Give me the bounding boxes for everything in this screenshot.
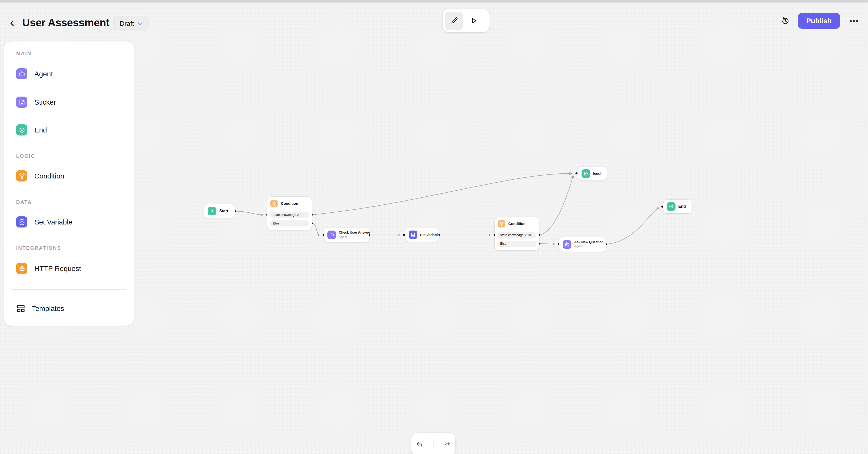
condition-branch[interactable]: state.knowledge > 10 (270, 211, 309, 218)
node-title: Ask New Question (574, 240, 603, 245)
database-icon (16, 217, 27, 227)
condition-branch[interactable]: state.knowledge > 10 (498, 232, 536, 238)
edge-condition2-ask (539, 244, 555, 244)
database-icon (408, 230, 417, 239)
sidebar-item-label: HTTP Request (34, 264, 81, 273)
port[interactable] (403, 234, 405, 236)
robot-icon (16, 68, 27, 79)
branch-icon (16, 170, 27, 181)
templates-label: Templates (32, 304, 64, 312)
section-label-logic: LOGIC (16, 153, 35, 159)
node-title: Condition (281, 201, 298, 206)
end-icon (16, 124, 27, 136)
chevron-left-icon (8, 20, 16, 27)
templates-icon (16, 304, 25, 313)
robot-icon (327, 230, 336, 239)
history-toolbar (411, 433, 455, 454)
sidebar-item-condition[interactable]: Condition (12, 168, 129, 183)
branch-icon (270, 200, 278, 207)
node-title: End (678, 204, 686, 209)
back-button[interactable] (6, 18, 18, 29)
play-icon (470, 17, 478, 25)
sidebar-divider (12, 289, 126, 290)
branch-icon (498, 220, 505, 227)
condition-branch-else[interactable]: Else (498, 240, 536, 247)
node-condition-2[interactable]: Condition state.knowledge > 10 Else (495, 217, 539, 250)
history-icon (781, 17, 789, 25)
node-subtitle: Agent (339, 235, 370, 239)
redo-icon (443, 441, 451, 448)
more-options-button[interactable]: ••• (848, 17, 860, 25)
node-set-variable[interactable]: Set Variable (405, 228, 439, 242)
node-title: Start (219, 209, 228, 214)
sidebar-item-label: Agent (34, 70, 53, 78)
node-end-right[interactable]: End (663, 200, 692, 214)
sidebar-item-sticker[interactable]: Sticker (12, 94, 129, 110)
node-palette-sidebar: MAIN Agent Sticker End LOGIC Condition (4, 41, 134, 325)
robot-icon (563, 240, 571, 249)
sidebar-item-http-request[interactable]: HTTP Request (12, 261, 129, 276)
edge-ask-endright (606, 208, 658, 244)
run-mode-button[interactable] (464, 11, 483, 30)
header: User Assessment Draft Publish ••• (0, 2, 868, 39)
globe-icon (16, 263, 27, 274)
node-ask-new-question[interactable]: Ask New Question Agent (559, 237, 606, 252)
sidebar-item-label: Condition (34, 172, 64, 180)
edge-start-condition1 (235, 211, 263, 215)
end-icon (666, 202, 675, 211)
status-dropdown[interactable]: Draft (113, 16, 149, 31)
node-end-top[interactable]: End (578, 167, 607, 180)
node-condition-1[interactable]: Condition state.knowledge > 10 Else (267, 197, 312, 230)
end-icon (582, 169, 590, 178)
condition-branch-else[interactable]: Else (270, 220, 309, 227)
node-subtitle: Agent (574, 245, 603, 249)
start-icon (208, 207, 216, 216)
node-check-user-answer[interactable]: Check User Answer Agent (323, 227, 369, 242)
edit-mode-button[interactable] (444, 11, 463, 30)
node-title: Condition (508, 222, 525, 226)
sticker-icon (16, 96, 27, 108)
sidebar-item-end[interactable]: End (12, 122, 129, 138)
node-start[interactable]: Start (204, 204, 235, 218)
edge-condition1-check (312, 224, 319, 235)
sidebar-item-label: Sticker (34, 98, 56, 106)
window-chrome-strip (0, 0, 868, 2)
header-actions: Publish ••• (781, 12, 860, 29)
undo-button[interactable] (416, 441, 424, 448)
section-label-data: DATA (16, 199, 32, 205)
page-title: User Assessment (22, 17, 110, 29)
section-label-main: MAIN (16, 51, 32, 56)
edge-condition1-endtop (312, 173, 571, 215)
workflow-editor: User Assessment Draft Publish ••• (0, 0, 868, 454)
templates-button[interactable]: Templates (12, 301, 129, 316)
toolbar-divider (433, 439, 434, 450)
port[interactable] (576, 172, 578, 174)
node-title: End (593, 171, 601, 176)
mode-toggle (442, 9, 490, 32)
undo-icon (416, 441, 424, 448)
section-label-integrations: INTEGRATIONS (16, 245, 61, 251)
node-title: Set Variable (420, 233, 439, 236)
version-history-button[interactable] (781, 17, 789, 25)
chevron-down-icon (137, 22, 143, 26)
publish-button[interactable]: Publish (798, 12, 840, 29)
sidebar-item-set-variable[interactable]: Set Variable (12, 215, 129, 229)
redo-button[interactable] (443, 441, 451, 448)
sidebar-item-agent[interactable]: Agent (12, 66, 129, 81)
sidebar-item-label: End (34, 126, 47, 134)
edge-condition2-endtop (539, 176, 573, 235)
sidebar-item-label: Set Variable (34, 218, 72, 226)
status-badge: Draft (120, 20, 134, 27)
node-title: Check User Answer (339, 231, 370, 235)
pencil-icon (450, 17, 458, 25)
